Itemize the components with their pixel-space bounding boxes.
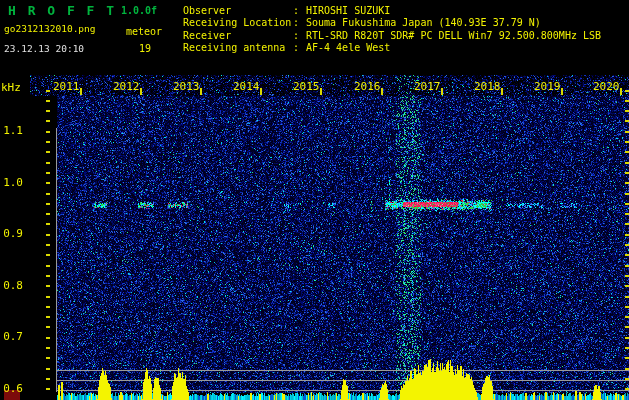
spectrogram-canvas [0, 0, 629, 400]
info-colon: : [293, 30, 306, 42]
hrofft-screen: H R O F F T 1.0.0f go2312132010.png 23.1… [0, 0, 629, 400]
freq-axis-unit: kHz [1, 81, 21, 94]
info-row-receiver: Receiver:RTL-SRD R820T SDR# PC DELL Win7… [183, 30, 601, 42]
info-colon: : [293, 42, 306, 54]
app-title: H R O F F T [8, 3, 116, 18]
time-axis-label: 2017 [414, 80, 441, 93]
frame-timestamp: 23.12.13 20:10 [4, 43, 84, 54]
output-filename: go2312132010.png [4, 23, 96, 34]
info-label: Receiver [183, 30, 293, 42]
info-value: HIROSHI SUZUKI [306, 5, 390, 17]
info-colon: : [293, 17, 306, 29]
time-axis-label: 2014 [233, 80, 260, 93]
freq-axis-label: 0.7 [2, 330, 23, 343]
info-value: Souma Fukushima Japan (140.93E 37.79 N) [306, 17, 541, 29]
info-value: AF-4 4ele West [306, 42, 390, 54]
time-axis-label: 2018 [474, 80, 501, 93]
freq-axis-label: 0.6 [2, 382, 23, 395]
info-row-location: Receiving Location:Souma Fukushima Japan… [183, 17, 601, 29]
app-version: 1.0.0f [121, 5, 157, 16]
hrofft-output-image: { "header": { "title": "H R O F F T", "v… [0, 0, 629, 400]
time-axis-label: 2012 [113, 80, 140, 93]
time-axis-label: 2016 [354, 80, 381, 93]
info-colon: : [293, 5, 306, 17]
time-axis-label: 2015 [293, 80, 320, 93]
info-label: Observer [183, 5, 293, 17]
time-axis-label: 2020 [593, 80, 620, 93]
time-axis-label: 2013 [173, 80, 200, 93]
station-info-block: Observer:HIROSHI SUZUKI Receiving Locati… [183, 5, 601, 55]
meteor-count-value: 19 [139, 43, 151, 54]
freq-axis-label: 1.0 [2, 176, 23, 189]
meteor-count-label: meteor [126, 26, 162, 37]
info-label: Receiving Location [183, 17, 293, 29]
info-value: RTL-SRD R820T SDR# PC DELL Win7 92.500.8… [306, 30, 601, 42]
info-label: Receiving antenna [183, 42, 293, 54]
freq-axis-label: 0.9 [2, 227, 23, 240]
time-axis-label: 2019 [534, 80, 561, 93]
freq-axis-label: 0.8 [2, 279, 23, 292]
info-row-antenna: Receiving antenna:AF-4 4ele West [183, 42, 601, 54]
info-row-observer: Observer:HIROSHI SUZUKI [183, 5, 601, 17]
freq-axis-label: 1.1 [2, 124, 23, 137]
time-axis-label: 2011 [53, 80, 80, 93]
